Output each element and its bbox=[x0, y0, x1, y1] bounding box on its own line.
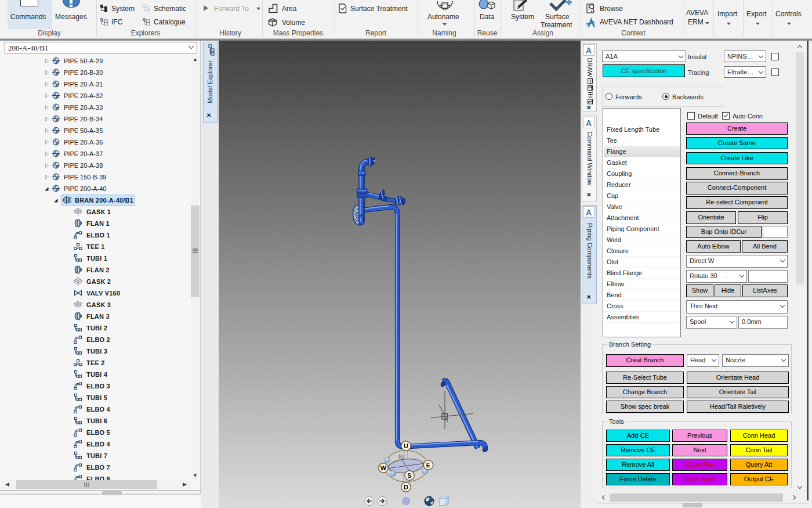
svg-text:E: E bbox=[426, 462, 430, 469]
svg-text:S: S bbox=[407, 472, 411, 479]
svg-text:U: U bbox=[404, 442, 408, 449]
svg-text:N: N bbox=[398, 453, 403, 460]
svg-text:D: D bbox=[404, 484, 408, 491]
svg-text:W: W bbox=[380, 464, 387, 471]
